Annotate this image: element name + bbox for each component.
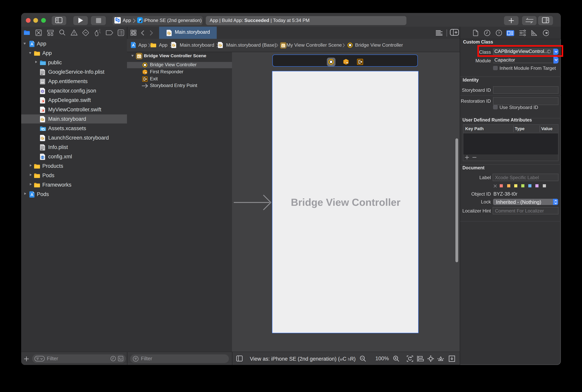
svg-text:?: ?	[498, 31, 500, 35]
